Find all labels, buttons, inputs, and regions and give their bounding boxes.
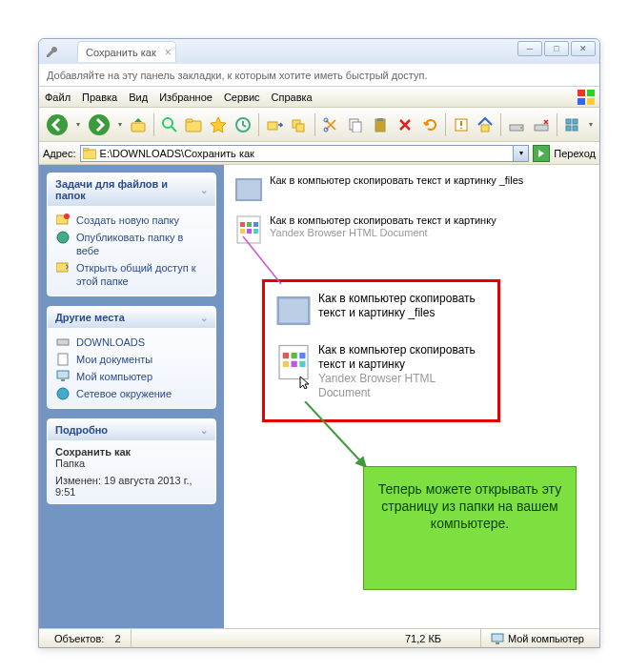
browser-tab[interactable]: Сохранить как ×	[77, 41, 176, 62]
file-list[interactable]: Как в компьютер скопировать текст и карт…	[224, 165, 599, 628]
forward-button[interactable]	[85, 111, 113, 139]
views-dropdown[interactable]: ▾	[586, 113, 596, 136]
place-computer[interactable]: Мой компьютер	[55, 368, 208, 385]
svg-rect-61	[496, 642, 499, 644]
svg-rect-11	[268, 122, 277, 130]
svg-rect-34	[56, 263, 68, 272]
documents-icon	[55, 353, 71, 366]
copy-to-button[interactable]	[288, 113, 311, 136]
menu-tools[interactable]: Сервис	[224, 92, 260, 103]
bookmark-bar: Добавляйте на эту панель закладки, к кот…	[39, 64, 599, 87]
go-button[interactable]	[533, 145, 550, 162]
place-network[interactable]: Сетевое окружение	[55, 385, 208, 402]
svg-rect-2	[577, 98, 585, 105]
places-title: Другие места	[55, 312, 125, 323]
close-tab-icon[interactable]: ×	[165, 46, 172, 59]
menu-favorites[interactable]: Избранное	[159, 92, 213, 103]
paste-button[interactable]	[369, 113, 392, 136]
tasks-panel-header[interactable]: Задачи для файлов и папок ⌄	[48, 173, 215, 206]
details-title: Подробно	[55, 424, 108, 436]
task-publish[interactable]: Опубликовать папку в вебе	[55, 229, 208, 259]
tasks-panel: Задачи для файлов и папок ⌄ Создать нову…	[47, 173, 216, 296]
place-label: Мои документы	[76, 353, 152, 366]
folder-content-icon	[233, 174, 264, 205]
minimize-button[interactable]: ─	[517, 41, 542, 56]
svg-point-4	[47, 114, 68, 135]
address-label: Адрес:	[43, 148, 76, 159]
up-button[interactable]	[127, 113, 150, 136]
svg-rect-0	[577, 90, 585, 96]
places-panel-header[interactable]: Другие места ⌄	[48, 307, 215, 328]
globe-icon	[55, 231, 71, 244]
svg-rect-52	[283, 353, 289, 358]
menu-view[interactable]: Вид	[129, 92, 148, 103]
task-new-folder[interactable]: Создать новую папку	[55, 212, 208, 229]
svg-rect-55	[283, 361, 289, 367]
map-drive-button[interactable]	[505, 113, 528, 136]
chevron-up-icon: ⌄	[200, 425, 208, 436]
menu-help[interactable]: Справка	[272, 92, 313, 103]
move-to-button[interactable]	[263, 113, 286, 136]
back-button[interactable]	[43, 111, 71, 139]
svg-rect-26	[573, 119, 577, 124]
titlebar: Сохранить как × ─ □ ✕	[39, 39, 599, 64]
address-dropdown[interactable]: ▾	[514, 145, 529, 162]
place-documents[interactable]: Мои документы	[55, 351, 208, 368]
file-name: Как в компьютер скопировать текст и карт…	[270, 174, 523, 187]
drive-icon	[55, 336, 71, 347]
folders-button[interactable]	[183, 113, 206, 136]
views-button[interactable]	[561, 113, 584, 136]
svg-rect-25	[566, 119, 571, 124]
windows-logo-icon	[577, 89, 596, 106]
svg-rect-13	[296, 124, 304, 132]
delete-button[interactable]	[394, 113, 416, 136]
file-item-folder[interactable]: Как в компьютер скопировать текст и карт…	[232, 173, 592, 207]
maximize-button[interactable]: □	[544, 41, 569, 56]
svg-rect-30	[83, 148, 89, 151]
file-name: Как в компьютер скопировать текст и карт…	[270, 214, 496, 227]
svg-rect-35	[57, 339, 69, 345]
svg-rect-53	[292, 353, 297, 358]
disconnect-drive-button[interactable]	[530, 113, 553, 136]
file-type: Yandex Browser HTML Document	[318, 372, 488, 400]
history-button[interactable]	[232, 113, 254, 136]
svg-rect-36	[58, 354, 68, 365]
status-location: Мой компьютер	[508, 633, 584, 644]
svg-rect-46	[240, 229, 245, 234]
go-label: Переход	[554, 148, 596, 159]
close-window-button[interactable]: ✕	[571, 41, 596, 56]
search-button[interactable]	[158, 113, 181, 136]
explorer-window: Сохранить как × ─ □ ✕ Добавляйте на эту …	[38, 38, 600, 648]
cut-button[interactable]	[319, 113, 342, 136]
details-panel: Подробно ⌄ Сохранить как Папка Изменен: …	[47, 418, 216, 504]
place-downloads[interactable]: DOWNLOADS	[55, 334, 208, 351]
svg-rect-21	[481, 125, 489, 132]
menu-edit[interactable]: Правка	[82, 92, 117, 103]
svg-rect-8	[186, 121, 201, 132]
svg-rect-17	[353, 122, 361, 132]
back-dropdown[interactable]: ▾	[73, 113, 83, 136]
place-label: DOWNLOADS	[76, 336, 145, 349]
details-name: Сохранить как	[55, 446, 208, 458]
details-type: Папка	[55, 458, 208, 469]
copy-button[interactable]	[344, 113, 367, 136]
task-share[interactable]: Открыть общий доступ к этой папке	[55, 259, 208, 290]
home-button[interactable]	[474, 113, 496, 136]
svg-rect-6	[132, 123, 145, 132]
undo-button[interactable]	[418, 113, 441, 136]
properties-button[interactable]	[450, 113, 473, 136]
svg-rect-38	[61, 379, 65, 381]
menu-file[interactable]: Файл	[45, 92, 71, 103]
forward-dropdown[interactable]: ▾	[115, 113, 125, 136]
svg-rect-1	[587, 90, 595, 96]
new-folder-icon	[55, 214, 71, 225]
address-input[interactable]	[80, 145, 515, 162]
statusbar: Объектов: 2 71,2 КБ Мой компьютер	[39, 628, 599, 647]
svg-rect-27	[566, 126, 571, 131]
svg-rect-54	[299, 353, 305, 358]
favorites-button[interactable]	[207, 113, 230, 136]
svg-point-33	[57, 232, 69, 243]
details-panel-header[interactable]: Подробно ⌄	[48, 419, 215, 440]
file-item-html[interactable]: Как в компьютер скопировать текст и карт…	[232, 213, 592, 247]
places-panel: Другие места ⌄ DOWNLOADS Мои документы М…	[47, 306, 216, 409]
